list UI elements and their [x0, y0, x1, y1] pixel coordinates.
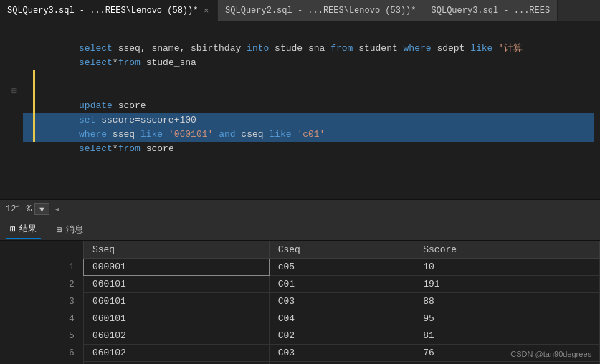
header-cseq: Cseq: [269, 241, 414, 259]
tab-label: SQLQuery3.sql - ...REES: [432, 6, 551, 16]
row-num: 6: [0, 345, 83, 362]
row-num: 1: [0, 259, 83, 276]
messages-tab-label: 消息: [66, 224, 83, 236]
cell-sseq: 000001: [83, 259, 269, 276]
header-sscore: Sscore: [414, 241, 600, 259]
results-toolbar: ⊞ 结果 ⊞ 消息: [0, 219, 600, 241]
table-row: 5 060102 C02 81: [0, 327, 600, 345]
code-line-10: [23, 156, 594, 171]
table-row: 7 060102 C04: [0, 362, 600, 365]
code-line-12: [23, 185, 594, 199]
cell-sscore: 191: [414, 276, 600, 293]
table-row: 6 060102 C03 76: [0, 345, 600, 362]
tab-label: SQLQuery2.sql - ...REES\Lenovo (53))*: [225, 6, 416, 16]
cell-cseq: C04: [269, 362, 414, 365]
cell-cseq: C02: [269, 327, 414, 345]
cell-sscore: 81: [414, 327, 600, 345]
code-line-4: [23, 70, 594, 85]
table-row: 2 060101 C01 191: [0, 276, 600, 293]
results-table-area: Sseq Cseq Sscore 1 000001 c05 10 2 06010…: [0, 241, 600, 364]
table-row: 3 060101 C03 88: [0, 293, 600, 310]
tab-sqlquery2-53[interactable]: SQLQuery2.sql - ...REES\Lenovo (53))*: [218, 0, 424, 21]
table-row: 4 060101 C04 95: [0, 310, 600, 327]
zoom-bar: 121 % ▼ ◀: [0, 199, 600, 219]
code-line-11: [23, 171, 594, 185]
cell-sscore: [414, 362, 600, 365]
cell-sseq: 060101: [83, 310, 269, 327]
code-editor[interactable]: select sseq, sname, sbirthday into stude…: [22, 21, 600, 199]
zoom-dropdown-button[interactable]: ▼: [34, 203, 49, 215]
header-rownum: [0, 241, 83, 259]
cell-cseq: C03: [269, 345, 414, 362]
tab-results[interactable]: ⊞ 结果: [6, 220, 41, 239]
cell-sseq: 060102: [83, 362, 269, 365]
tab-bar: SQLQuery3.sql - ...REES\Lenovo (58))* ✕ …: [0, 0, 600, 21]
tab-sqlquery3-rees[interactable]: SQLQuery3.sql - ...REES: [424, 0, 558, 21]
cell-cseq: C03: [269, 293, 414, 310]
row-num: 7: [0, 362, 83, 365]
table-header-row: Sseq Cseq Sscore: [0, 241, 600, 259]
messages-icon: ⊞: [57, 224, 62, 236]
row-num: 5: [0, 327, 83, 345]
code-line-1: select sseq, sname, sbirthday into stude…: [23, 27, 594, 42]
tab-close-icon[interactable]: ✕: [202, 5, 210, 16]
code-line-5: update score: [23, 85, 594, 99]
row-num: 4: [0, 310, 83, 327]
cell-sseq: 060101: [83, 276, 269, 293]
cell-sscore: 95: [414, 310, 600, 327]
scroll-right-icon[interactable]: ◀: [55, 205, 59, 214]
results-data-table: Sseq Cseq Sscore 1 000001 c05 10 2 06010…: [0, 241, 600, 364]
cell-sseq: 060102: [83, 345, 269, 362]
tab-messages[interactable]: ⊞ 消息: [52, 221, 87, 239]
line-numbers: ⊟: [0, 21, 22, 199]
results-container: ⊞ 结果 ⊞ 消息 Sseq Cseq Sscore 1 000001: [0, 219, 600, 364]
cell-cseq: C04: [269, 310, 414, 327]
cell-sscore: 10: [414, 259, 600, 276]
cell-sscore: 76: [414, 345, 600, 362]
row-num: 2: [0, 276, 83, 293]
editor-area: ⊟ select sseq, sname, sbirthday into stu…: [0, 21, 600, 199]
results-tab-label: 结果: [19, 223, 37, 235]
tab-label: SQLQuery3.sql - ...REES\Lenovo (58))*: [7, 6, 198, 16]
change-indicator-bar: [33, 70, 35, 142]
table-row: 1 000001 c05 10: [0, 259, 600, 276]
cell-sseq: 060101: [83, 293, 269, 310]
row-num: 3: [0, 293, 83, 310]
cell-sscore: 88: [414, 293, 600, 310]
cell-sseq: 060102: [83, 327, 269, 345]
results-table-icon: ⊞: [10, 224, 16, 235]
header-sseq: Sseq: [83, 241, 269, 259]
zoom-level-label: 121 %: [6, 204, 32, 214]
cell-cseq: c05: [269, 259, 414, 276]
cell-cseq: C01: [269, 276, 414, 293]
tab-sqlquery3-58[interactable]: SQLQuery3.sql - ...REES\Lenovo (58))* ✕: [0, 0, 218, 21]
